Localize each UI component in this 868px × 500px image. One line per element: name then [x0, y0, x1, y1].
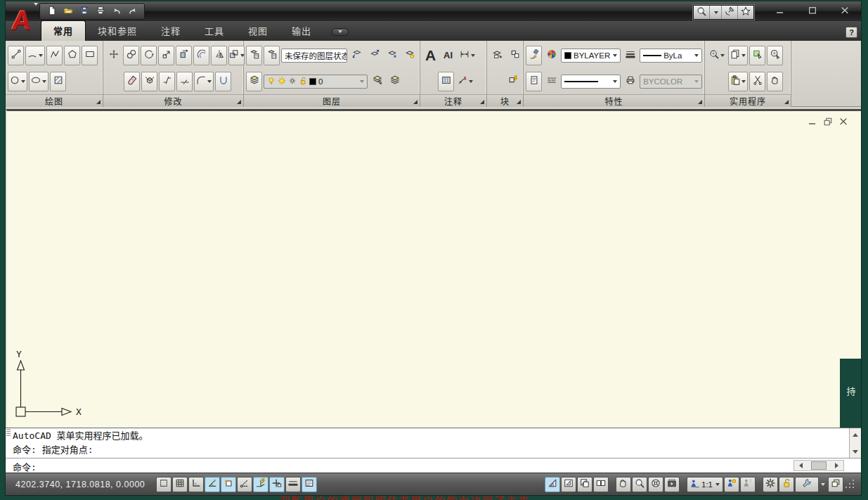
- offset-button[interactable]: [193, 46, 209, 65]
- tab-annotate[interactable]: 注释: [149, 21, 193, 41]
- scroll-left-icon[interactable]: [796, 463, 803, 468]
- panel-expand-icon[interactable]: [237, 100, 241, 104]
- block-editor-button[interactable]: [505, 72, 521, 91]
- command-horizontal-scrollbar[interactable]: [793, 460, 844, 471]
- cut-button[interactable]: [749, 72, 765, 91]
- application-menu-button[interactable]: A: [6, 1, 38, 39]
- stretch-button[interactable]: [176, 46, 192, 65]
- favorites-button[interactable]: [738, 6, 753, 19]
- drawing-minimize-button[interactable]: [808, 117, 817, 129]
- drawing-canvas[interactable]: Y X 持: [6, 109, 861, 428]
- break-at-point-button[interactable]: [159, 72, 175, 91]
- quick-calc-button[interactable]: [767, 46, 783, 65]
- panel-expand-icon[interactable]: [517, 100, 521, 104]
- paste-button[interactable]: [728, 72, 748, 91]
- color-dropdown[interactable]: BYLAYER: [561, 49, 621, 63]
- model-button[interactable]: [545, 477, 560, 492]
- panel-expand-icon[interactable]: [480, 100, 484, 104]
- ducs-toggle[interactable]: [253, 477, 268, 492]
- snap-toggle[interactable]: [156, 477, 171, 492]
- chevron-down-icon[interactable]: [821, 483, 825, 488]
- dyn-toggle[interactable]: [269, 477, 285, 492]
- quick-properties-toggle[interactable]: [302, 477, 317, 492]
- save-button[interactable]: [77, 5, 91, 18]
- toolbar-lock-button[interactable]: [779, 477, 794, 492]
- layer-freeze-button[interactable]: [384, 46, 400, 65]
- layer-match-button[interactable]: [369, 72, 385, 91]
- pan-button[interactable]: [616, 477, 631, 492]
- scroll-down-icon[interactable]: [853, 450, 858, 456]
- open-button[interactable]: [60, 5, 75, 18]
- layer-state-dropdown[interactable]: 未保存的图层状态: [281, 49, 347, 63]
- status-bar-menu-button[interactable]: [795, 477, 819, 492]
- drawing-restore-button[interactable]: [823, 117, 833, 129]
- panel-title-utilities[interactable]: 实用程序: [705, 94, 791, 107]
- match-properties-button[interactable]: [526, 46, 542, 65]
- ribbon-minimize-button[interactable]: [332, 28, 349, 36]
- coordinates-readout[interactable]: 4202.3740, 1718.0818, 0.0000: [10, 480, 156, 489]
- scroll-right-icon[interactable]: [835, 463, 841, 468]
- layer-previous-button[interactable]: [387, 72, 403, 91]
- layer-states-button[interactable]: [264, 46, 280, 65]
- polar-toggle[interactable]: [205, 477, 220, 492]
- annotation-scale-button[interactable]: 1:1: [687, 477, 723, 492]
- quick-select-button[interactable]: [749, 46, 765, 65]
- redo-button[interactable]: [125, 5, 140, 18]
- command-input[interactable]: 命令:: [6, 458, 861, 473]
- steering-wheel-button[interactable]: [648, 477, 663, 492]
- erase-button[interactable]: [124, 72, 140, 91]
- array-button[interactable]: [228, 46, 245, 65]
- panel-title-layers[interactable]: 图层: [244, 94, 420, 107]
- lineweight-toggle[interactable]: [285, 477, 301, 492]
- grid-toggle[interactable]: [172, 477, 188, 492]
- arc-button[interactable]: [25, 46, 45, 65]
- ellipse-button[interactable]: [29, 72, 48, 91]
- pan-button[interactable]: [767, 72, 783, 91]
- annotation-visibility-button[interactable]: [724, 477, 739, 492]
- panel-expand-icon[interactable]: [698, 100, 702, 104]
- mirror-button[interactable]: [211, 46, 227, 65]
- tab-home[interactable]: 常用: [41, 20, 86, 41]
- polygon-button[interactable]: [64, 46, 80, 65]
- explode-button[interactable]: [141, 72, 157, 91]
- panel-title-draw[interactable]: 绘图: [6, 94, 103, 107]
- layer-isolate-button[interactable]: [349, 46, 365, 65]
- workspace-switching-button[interactable]: [763, 477, 778, 492]
- command-window-grip[interactable]: [6, 429, 11, 436]
- help-button[interactable]: ?: [846, 27, 857, 38]
- plot-style-dropdown[interactable]: BYCOLOR: [640, 75, 702, 89]
- break-button[interactable]: [176, 72, 193, 91]
- osnap-toggle[interactable]: [221, 477, 236, 492]
- search-dropdown[interactable]: [710, 6, 722, 19]
- drawing-close-button[interactable]: [838, 117, 848, 129]
- undo-button[interactable]: [109, 5, 124, 18]
- linetype-dropdown[interactable]: [561, 75, 621, 89]
- polyline-button[interactable]: [46, 46, 63, 65]
- fillet-button[interactable]: [194, 72, 214, 91]
- scale-button[interactable]: [158, 46, 174, 65]
- minimize-button[interactable]: [770, 5, 791, 18]
- tab-blocks-references[interactable]: 块和参照: [86, 21, 149, 41]
- line-button[interactable]: [8, 46, 24, 65]
- rotate-button[interactable]: [141, 46, 157, 65]
- search-button[interactable]: [694, 6, 710, 19]
- close-button[interactable]: [834, 5, 855, 18]
- resize-grip[interactable]: [844, 477, 857, 492]
- panel-expand-icon[interactable]: [413, 100, 417, 104]
- move-button[interactable]: [105, 46, 122, 65]
- rectangle-button[interactable]: [82, 46, 98, 65]
- command-vertical-scrollbar[interactable]: [849, 428, 861, 459]
- tab-output[interactable]: 输出: [280, 21, 323, 41]
- circle-button[interactable]: [8, 72, 27, 91]
- tab-tools[interactable]: 工具: [193, 21, 236, 41]
- layout-button[interactable]: [561, 477, 576, 492]
- showmotion-button[interactable]: [664, 477, 680, 492]
- linetype-button[interactable]: [543, 72, 559, 91]
- copy-button[interactable]: [123, 46, 139, 65]
- ortho-toggle[interactable]: [188, 477, 204, 492]
- text-button[interactable]: AI: [440, 46, 456, 65]
- dimension-button[interactable]: [458, 46, 477, 65]
- communication-center-button[interactable]: [722, 6, 738, 19]
- insert-block-button[interactable]: [489, 46, 505, 65]
- plot-button[interactable]: [93, 5, 108, 18]
